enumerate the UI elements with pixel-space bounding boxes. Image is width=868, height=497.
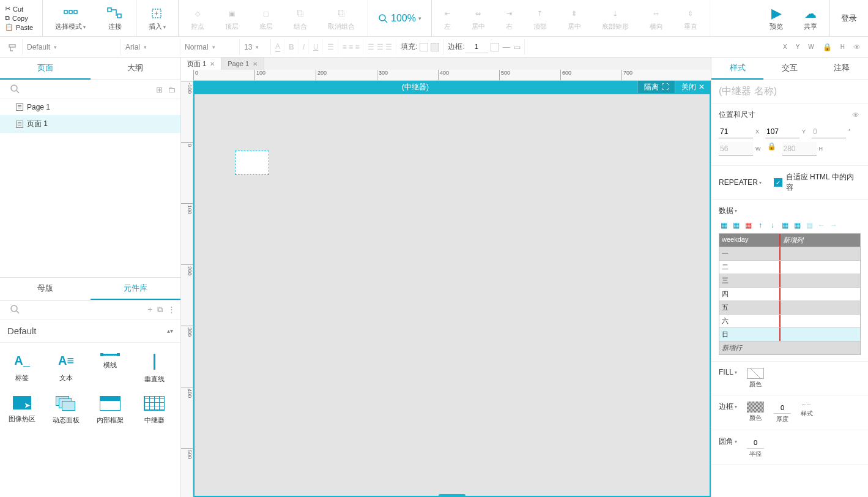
- tab-outline[interactable]: 大纲: [91, 58, 181, 80]
- border-swatch[interactable]: [747, 402, 764, 413]
- widget-hot[interactable]: 图像热区: [0, 390, 44, 431]
- lib-menu-button[interactable]: ⧉: [157, 305, 163, 315]
- tab-notes[interactable]: 注释: [816, 58, 868, 80]
- widget-grid: A_标签A≡文本横线垂直线图像热区动态面板内部框架中继器: [0, 343, 180, 436]
- fit-html-checkbox[interactable]: ✓自适应 HTML 中的内容: [774, 172, 861, 193]
- h-input[interactable]: [782, 142, 817, 155]
- widget-A_[interactable]: A_标签: [0, 348, 44, 390]
- widget-grid[interactable]: 中继器: [132, 390, 176, 431]
- svg-rect-3: [108, 8, 111, 12]
- data-down-icon[interactable]: ↓: [768, 221, 777, 230]
- fill-color-button[interactable]: [420, 43, 428, 51]
- col-header-1[interactable]: weekday: [719, 234, 781, 247]
- fill-header[interactable]: FILL: [719, 368, 737, 376]
- data-up-icon[interactable]: ↑: [755, 221, 765, 230]
- page-handle[interactable]: [439, 494, 466, 497]
- pages-search-input[interactable]: [21, 83, 151, 96]
- font-select[interactable]: Arial: [122, 39, 180, 55]
- data-addrow2-icon[interactable]: ▦: [792, 221, 802, 230]
- lib-header[interactable]: Default▴▾: [0, 320, 180, 343]
- data-row[interactable]: 六: [719, 314, 860, 327]
- close-tab-icon[interactable]: ✕: [253, 61, 258, 67]
- fill-color2-button[interactable]: [431, 43, 439, 51]
- data-add-col-icon[interactable]: ▦: [719, 221, 729, 230]
- paint-format-button[interactable]: [4, 39, 23, 55]
- add-lib-button[interactable]: +: [147, 305, 152, 314]
- paste-button[interactable]: 📋 Paste: [5, 23, 37, 32]
- weight-select[interactable]: Normal: [181, 39, 240, 55]
- add-folder-button[interactable]: 🗀: [168, 85, 176, 94]
- data-row[interactable]: 日: [719, 327, 860, 341]
- doc-tab[interactable]: Page 1✕: [221, 58, 264, 70]
- share-button[interactable]: ☁共享: [796, 2, 825, 34]
- zoom-control[interactable]: 100%▾: [368, 0, 432, 36]
- rot-input[interactable]: [812, 125, 846, 138]
- w-input[interactable]: [719, 142, 753, 155]
- canvas[interactable]: (中继器) 隔离 ⛶ 关闭 ✕: [193, 81, 711, 497]
- col-header-add[interactable]: 新增列: [781, 234, 860, 247]
- isolate-button[interactable]: 隔离 ⛶: [637, 81, 675, 93]
- data-add-col2-icon[interactable]: ▦: [731, 221, 741, 230]
- repeater-header[interactable]: REPEATER: [719, 178, 762, 187]
- border-header[interactable]: 边框: [719, 402, 737, 412]
- widget-border[interactable]: 内部框架: [88, 390, 132, 431]
- select-mode-button[interactable]: 选择模式: [48, 2, 93, 34]
- data-table[interactable]: weekday 新增列 一二三四五六日 新增行: [719, 233, 861, 355]
- data-row[interactable]: 四: [719, 287, 860, 301]
- widget-stack[interactable]: 动态面板: [44, 390, 88, 431]
- close-editor-button[interactable]: 关闭 ✕: [675, 81, 711, 93]
- canvas-area: 页面 1✕Page 1✕ 0100200300400500600700 -100…: [181, 58, 711, 497]
- data-row[interactable]: 五: [719, 301, 860, 314]
- login-button[interactable]: 登录: [829, 0, 868, 36]
- data-right-icon[interactable]: →: [829, 221, 839, 230]
- tab-style[interactable]: 样式: [711, 58, 763, 80]
- fontsize-select[interactable]: 13: [240, 39, 271, 55]
- preview-button[interactable]: ▶预览: [762, 2, 790, 34]
- svg-rect-2: [74, 10, 77, 13]
- data-row[interactable]: 三: [719, 274, 860, 287]
- widgets-search-input[interactable]: [21, 303, 143, 316]
- y-input[interactable]: [765, 125, 799, 138]
- tab-interaction[interactable]: 交互: [763, 58, 815, 80]
- data-delrow-icon[interactable]: ▦: [804, 221, 814, 230]
- border-color-button[interactable]: [491, 43, 499, 51]
- doc-tab[interactable]: 页面 1✕: [181, 58, 221, 70]
- data-addrow-icon[interactable]: ▦: [780, 221, 790, 230]
- editor-title: (中继器): [193, 82, 637, 92]
- close-tab-icon[interactable]: ✕: [210, 61, 215, 67]
- tab-pages[interactable]: 页面: [0, 58, 91, 80]
- data-del-col-icon[interactable]: ▦: [743, 221, 753, 230]
- data-header[interactable]: 数据: [719, 206, 861, 216]
- tab-masters[interactable]: 母版: [0, 278, 91, 300]
- copy-button[interactable]: ⧉ Copy: [5, 13, 37, 23]
- widget-name-input[interactable]: (中继器 名称): [711, 80, 868, 103]
- connect-button[interactable]: 连接: [99, 2, 131, 34]
- data-row[interactable]: 二: [719, 260, 860, 274]
- x-input[interactable]: [719, 125, 753, 138]
- radius-input[interactable]: [747, 436, 764, 449]
- add-row[interactable]: 新增行: [719, 341, 860, 354]
- insert-button[interactable]: + 插入: [141, 2, 173, 34]
- group-button: ⿻组合: [286, 2, 314, 34]
- add-page-button[interactable]: ⊞: [156, 85, 163, 94]
- fill-swatch[interactable]: [747, 368, 764, 379]
- lib-more-button[interactable]: ⋮: [168, 305, 176, 314]
- page-item[interactable]: Page 1: [0, 99, 180, 115]
- widget-hz[interactable]: 横线: [88, 348, 132, 390]
- widget-AE[interactable]: A≡文本: [44, 348, 88, 390]
- data-row[interactable]: 一: [719, 247, 860, 260]
- tab-widgets[interactable]: 元件库: [91, 278, 181, 300]
- widget-vt[interactable]: 垂直线: [132, 348, 176, 390]
- canvas-body[interactable]: [193, 93, 711, 497]
- radius-header[interactable]: 圆角: [719, 436, 737, 447]
- repeater-widget[interactable]: [235, 151, 269, 175]
- cut-button[interactable]: ✂ Cut: [5, 4, 37, 13]
- fill-label: 填充:: [397, 39, 443, 55]
- align-right-button: ⇥右: [499, 2, 520, 34]
- page-item[interactable]: 页面 1: [0, 115, 180, 133]
- style-select[interactable]: Default: [23, 39, 121, 55]
- data-left-icon[interactable]: ←: [817, 221, 826, 230]
- ctrl-point-button: ◇控点: [184, 2, 212, 34]
- border-thick-input[interactable]: [774, 402, 791, 414]
- border-width-input[interactable]: [465, 41, 488, 53]
